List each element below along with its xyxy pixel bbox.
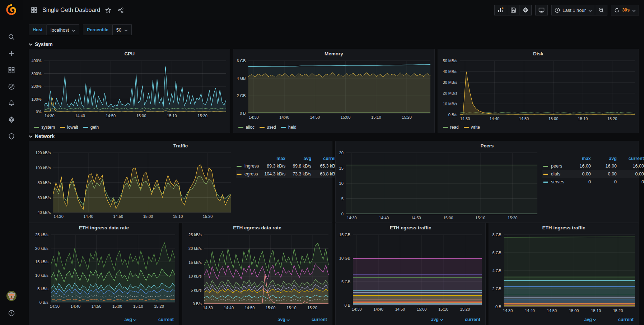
legend-sort-current[interactable]: current: [290, 316, 328, 323]
legend-value: 89.3 kB/s: [260, 162, 286, 170]
svg-text:15:20: 15:20: [154, 304, 164, 308]
configuration-gear-icon[interactable]: [4, 113, 19, 127]
variable-host-label[interactable]: Host: [29, 24, 47, 35]
legend-item-held[interactable]: held: [281, 125, 297, 130]
svg-text:40 kB/s: 40 kB/s: [38, 210, 51, 215]
cycle-view-mode-button[interactable]: [535, 5, 548, 15]
svg-text:14:30: 14:30: [203, 306, 213, 310]
traffic-chart[interactable]: 40 kB/s60 kB/s80 kB/s100 kB/s120 kB/s14:…: [29, 150, 234, 223]
svg-text:14:50: 14:50: [519, 116, 529, 121]
legend-value: 15.50 kB/s: [137, 323, 174, 325]
eth-egress-traffic-chart[interactable]: 0 B5 GB10 GB15 GB14:3014:4014:5015:0015:…: [336, 232, 485, 315]
legend-value: 0.00: [565, 170, 592, 178]
panel-title[interactable]: Memory: [233, 49, 434, 58]
legend-item-iowait[interactable]: iowait: [60, 125, 78, 130]
legend-sort-avg[interactable]: avg: [95, 316, 137, 323]
panel-title[interactable]: ETH egress traffic: [336, 223, 485, 232]
variable-percentile-select[interactable]: 50: [112, 24, 132, 35]
svg-text:15:00: 15:00: [417, 307, 427, 311]
legend-item-serves[interactable]: serves: [542, 178, 565, 186]
add-panel-button[interactable]: [494, 5, 507, 15]
legend-item-dials[interactable]: dials: [542, 170, 565, 178]
alerting-bell-icon[interactable]: [4, 96, 19, 110]
legend-item-egress[interactable]: egress: [236, 170, 260, 178]
legend-item-ingress[interactable]: ingress: [236, 162, 260, 170]
legend-sort-avg[interactable]: avg: [286, 155, 312, 162]
legend-sort-avg[interactable]: avg: [401, 316, 444, 323]
panel-title[interactable]: Traffic: [29, 141, 332, 150]
panel-title[interactable]: Disk: [438, 49, 639, 58]
search-icon[interactable]: [4, 30, 19, 44]
panel-title[interactable]: ETH ingress traffic: [489, 223, 639, 232]
favorite-star-icon[interactable]: [104, 6, 113, 15]
svg-text:14:50: 14:50: [547, 308, 557, 313]
zoom-out-time-button[interactable]: [595, 5, 607, 15]
legend-item[interactable]: eth/63 transaction broadcast: [340, 323, 401, 325]
time-range-label: Last 1 hour: [563, 8, 586, 13]
svg-text:6 GB: 6 GB: [237, 59, 246, 63]
legend-label: read: [450, 125, 459, 130]
disk-chart[interactable]: 0 B/s10 MB/s20 MB/s30 MB/s40 MB/s50 MB/s…: [438, 58, 639, 123]
legend-item-peers[interactable]: peers: [542, 162, 565, 170]
cpu-chart[interactable]: 0%100%200%300%400%14:3014:4014:5015:0015…: [29, 58, 230, 123]
panel-title[interactable]: ETH ingress data rate: [29, 223, 179, 232]
help-icon[interactable]: [4, 306, 19, 320]
svg-text:20 MB/s: 20 MB/s: [443, 91, 457, 95]
legend-sort-avg[interactable]: avg: [592, 155, 617, 162]
svg-text:4 GB: 4 GB: [237, 76, 246, 81]
svg-text:15:20: 15:20: [460, 307, 470, 311]
legend-sort-max[interactable]: max: [565, 155, 592, 162]
variable-host-select[interactable]: localhost: [47, 24, 79, 35]
legend-item-geth[interactable]: geth: [83, 125, 99, 130]
legend-sort-current[interactable]: current: [444, 316, 481, 323]
legend-sort-current[interactable]: current: [137, 316, 174, 323]
legend-item-used[interactable]: used: [260, 125, 276, 130]
legend-label: held: [288, 125, 297, 130]
svg-text:10 kB/s: 10 kB/s: [188, 274, 202, 278]
panel-memory: Memory 0 B2 GB4 GB6 GB14:3014:4014:5015:…: [233, 49, 434, 133]
panel-title[interactable]: CPU: [29, 49, 230, 58]
legend-sort-max[interactable]: max: [260, 155, 286, 162]
svg-text:15:00: 15:00: [569, 308, 579, 313]
dashboard-settings-button[interactable]: [519, 5, 532, 15]
peers-chart[interactable]: 0510152014:3014:4014:5015:0015:1015:20: [336, 150, 541, 223]
svg-text:0: 0: [341, 212, 344, 216]
time-range-picker[interactable]: Last 1 hour: [551, 5, 595, 15]
legend-item-system[interactable]: system: [34, 125, 55, 130]
eth-ingress-traffic-chart[interactable]: 0 B2 GB4 GB6 GB8 GB14:3014:4014:5015:001…: [489, 232, 639, 315]
eth-ingress-data-rate-chart[interactable]: 0 B/s5 kB/s10 kB/s15 kB/s20 kB/s25 kB/s1…: [29, 232, 179, 315]
legend-item-read[interactable]: read: [443, 125, 459, 130]
share-icon[interactable]: [116, 6, 125, 15]
panel-title[interactable]: ETH egress data rate: [182, 223, 332, 232]
svg-text:14:30: 14:30: [347, 216, 357, 220]
row-header-system[interactable]: System: [29, 40, 639, 49]
grafana-logo-icon[interactable]: [0, 0, 23, 20]
svg-text:5 kB/s: 5 kB/s: [37, 287, 48, 291]
dashboards-icon[interactable]: [4, 63, 19, 77]
legend-sort-avg[interactable]: avg: [248, 316, 290, 323]
svg-text:15:00: 15:00: [136, 114, 146, 118]
explore-compass-icon[interactable]: [4, 80, 19, 93]
legend-sort-avg[interactable]: avg: [555, 316, 597, 323]
legend-item[interactable]: eth/65 transaction announcement: [493, 323, 555, 325]
legend-sort-current[interactable]: current: [617, 155, 644, 162]
series-swatch: [443, 127, 448, 128]
svg-text:14:30: 14:30: [352, 307, 362, 311]
svg-text:15:20: 15:20: [307, 306, 317, 310]
server-admin-shield-icon[interactable]: [4, 129, 19, 143]
variable-percentile-label[interactable]: Percentile: [83, 24, 112, 35]
legend-sort-current[interactable]: current: [597, 316, 634, 323]
eth-egress-data-rate-chart[interactable]: 0 B/s5 kB/s10 kB/s15 kB/s20 kB/s25 kB/s1…: [182, 232, 332, 315]
refresh-button[interactable]: 30s: [611, 5, 639, 15]
user-avatar[interactable]: [4, 289, 19, 303]
panel-title[interactable]: Peers: [336, 141, 639, 150]
legend-item[interactable]: eth/65 transaction announcement: [33, 323, 95, 325]
legend-item-write[interactable]: write: [464, 125, 480, 130]
dashboard-title[interactable]: Single Geth Dasboard: [42, 7, 100, 13]
legend-item[interactable]: eth/65 transaction broadcast: [187, 323, 248, 325]
create-plus-icon[interactable]: [4, 47, 19, 60]
legend-item-alloc[interactable]: alloc: [238, 125, 255, 130]
memory-chart[interactable]: 0 B2 GB4 GB6 GB14:3014:4014:5015:0015:10…: [233, 58, 434, 123]
save-dashboard-button[interactable]: [507, 5, 519, 15]
legend-value: 15.51 kB/s: [248, 323, 290, 325]
